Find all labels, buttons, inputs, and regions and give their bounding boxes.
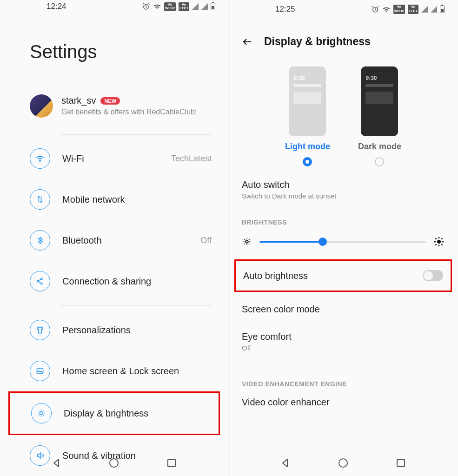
brightness-low-icon: [242, 237, 252, 247]
svg-rect-13: [397, 459, 405, 467]
nav-bar: [0, 450, 228, 476]
brightness-section-header: BRIGHTNESS: [229, 208, 458, 232]
back-arrow-icon[interactable]: [242, 36, 253, 47]
signal-icon-2: [201, 3, 208, 10]
svg-point-6: [40, 412, 43, 415]
svg-rect-8: [168, 459, 175, 467]
recents-nav-icon[interactable]: [166, 457, 177, 469]
wifi-icon: [30, 148, 50, 169]
setting-personalizations[interactable]: Personalizations: [0, 310, 228, 350]
setting-label: Connection & sharing: [62, 276, 212, 287]
divider: [60, 134, 212, 135]
page-title: Settings: [0, 13, 228, 81]
svg-point-10: [246, 240, 248, 243]
avatar: [30, 94, 53, 118]
alarm-icon: [371, 5, 379, 13]
volte-badge: Vo LTE1: [179, 2, 189, 12]
video-section-header: VIDEO ENHANCEMENT ENGINE: [229, 370, 458, 394]
divider: [60, 305, 212, 306]
brightness-high-icon: [433, 236, 445, 247]
setting-label: Display & brightness: [64, 408, 210, 419]
light-mode-radio[interactable]: [303, 157, 312, 166]
signal-icon-2: [431, 6, 437, 13]
setting-label: Wi-Fi: [62, 153, 159, 164]
battery-icon: [211, 3, 215, 10]
home-nav-icon[interactable]: [108, 457, 119, 469]
alarm-icon: [142, 2, 150, 11]
recents-nav-icon[interactable]: [395, 457, 406, 469]
setting-mobile-network[interactable]: Mobile network: [0, 179, 228, 220]
brightness-slider-row: [229, 232, 458, 256]
settings-screen: 12:24 Vo WiFi2 Vo LTE1 Settings stark_sv…: [0, 0, 229, 476]
svg-point-3: [41, 278, 42, 280]
svg-point-7: [110, 459, 118, 467]
profile-subtitle: Get benefits & offers with RedCableClub!: [61, 108, 212, 116]
signal-icon: [421, 6, 428, 13]
mobile-data-icon: [30, 189, 50, 210]
auto-switch-subtitle: Switch to Dark mode at sunset: [242, 192, 445, 200]
share-icon: [30, 271, 50, 291]
profile-row[interactable]: stark_sv NEW Get benefits & offers with …: [0, 81, 228, 131]
svg-point-1: [40, 161, 40, 162]
brightness-slider[interactable]: [259, 241, 426, 243]
screen-color-mode-label: Screen color mode: [242, 304, 445, 315]
setting-value: TechLatest: [171, 154, 212, 164]
setting-bluetooth[interactable]: Bluetooth Off: [0, 220, 228, 261]
status-bar: 12:25 Vo WiFi2 Vo LTE1: [229, 0, 458, 19]
wifi-icon: [382, 5, 391, 13]
theme-dark-option[interactable]: 9:30 Dark mode: [358, 66, 401, 166]
status-time: 12:24: [46, 2, 66, 11]
vowifi-badge: Vo WiFi2: [164, 2, 176, 12]
signal-icon: [192, 3, 199, 10]
setting-label: Mobile network: [62, 194, 212, 205]
light-mode-preview: 9:30: [289, 66, 326, 136]
brightness-icon: [31, 403, 52, 423]
svg-point-11: [437, 240, 441, 244]
svg-point-12: [339, 459, 347, 467]
auto-switch-row[interactable]: Auto switch Switch to Dark mode at sunse…: [229, 171, 458, 208]
status-bar: 12:24 Vo WiFi2 Vo LTE1: [0, 0, 228, 13]
divider: [242, 365, 445, 365]
setting-home-lock-screen[interactable]: Home screen & Lock screen: [0, 350, 228, 391]
video-color-enhancer-row[interactable]: Video color enhancer: [229, 394, 458, 416]
light-mode-label: Light mode: [285, 142, 330, 152]
highlight-display-brightness: Display & brightness: [8, 391, 220, 435]
setting-wifi[interactable]: Wi-Fi TechLatest: [0, 138, 228, 179]
auto-brightness-label: Auto brightness: [243, 271, 308, 281]
image-icon: [30, 361, 50, 381]
status-icons: Vo WiFi2 Vo LTE1: [142, 2, 215, 12]
battery-icon: [440, 6, 445, 13]
back-nav-icon[interactable]: [280, 457, 291, 469]
theme-light-option[interactable]: 9:30 Light mode: [285, 66, 330, 166]
dark-mode-preview: 9:30: [361, 66, 398, 136]
header-title: Display & brightness: [264, 35, 371, 48]
auto-switch-title: Auto switch: [242, 179, 445, 190]
wifi-icon: [153, 2, 161, 11]
theme-selector: 9:30 Light mode 9:30 Dark mode: [229, 57, 458, 171]
slider-thumb[interactable]: [319, 238, 327, 246]
video-color-enhancer-label: Video color enhancer: [242, 397, 445, 408]
shirt-icon: [30, 320, 50, 340]
highlight-auto-brightness: Auto brightness: [234, 259, 452, 292]
auto-brightness-toggle[interactable]: [423, 270, 443, 281]
svg-point-2: [37, 281, 38, 282]
profile-name: stark_sv: [61, 95, 96, 106]
setting-value: Off: [200, 236, 212, 245]
back-nav-icon[interactable]: [51, 457, 62, 469]
setting-display-brightness[interactable]: Display & brightness: [10, 393, 219, 434]
nav-bar: [229, 450, 458, 476]
new-badge: NEW: [100, 97, 120, 105]
vowifi-badge: Vo WiFi2: [393, 5, 405, 14]
dark-mode-radio[interactable]: [375, 157, 384, 166]
svg-point-4: [41, 283, 42, 284]
eye-comfort-subtitle: Off: [242, 344, 445, 352]
eye-comfort-title: Eye comfort: [242, 331, 445, 342]
profile-text: stark_sv NEW Get benefits & offers with …: [61, 95, 212, 116]
eye-comfort-row[interactable]: Eye comfort Off: [229, 323, 458, 360]
setting-connection-sharing[interactable]: Connection & sharing: [0, 261, 228, 302]
setting-label: Bluetooth: [62, 235, 188, 246]
screen-color-mode-row[interactable]: Screen color mode: [229, 296, 458, 323]
page-header: Display & brightness: [229, 19, 458, 57]
status-icons: Vo WiFi2 Vo LTE1: [371, 5, 445, 14]
home-nav-icon[interactable]: [338, 457, 349, 469]
